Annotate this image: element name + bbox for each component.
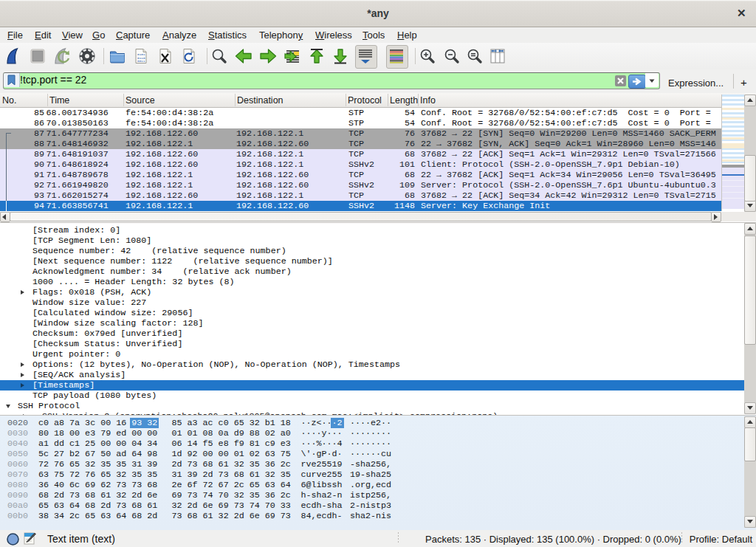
svg-text:0011: 0011 <box>137 59 145 63</box>
